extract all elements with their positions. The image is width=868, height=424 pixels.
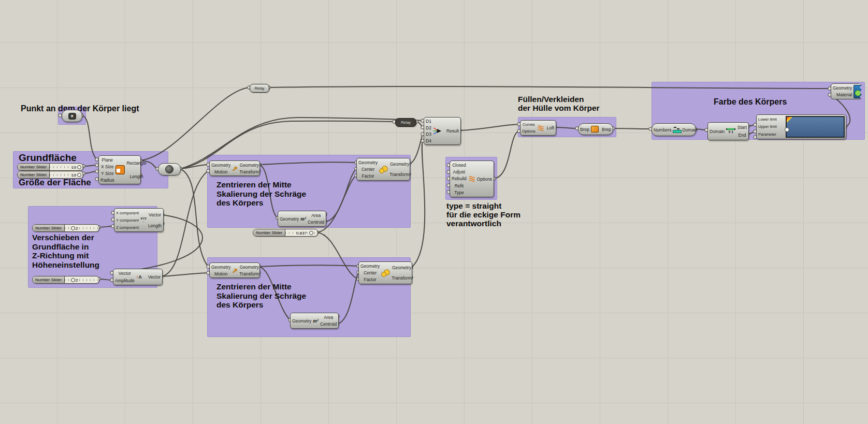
title-farbe: Farbe des Körpers xyxy=(714,97,787,107)
slider-grip[interactable] xyxy=(77,173,81,177)
slider-track[interactable]: 10 xyxy=(50,171,83,178)
outputs: Geometry Transform xyxy=(390,262,413,284)
inputs: Closed Adjust Rebuild Refit Type xyxy=(450,161,468,197)
scale-icon xyxy=(379,166,388,173)
inputs: Geometry xyxy=(291,313,313,328)
relay-2-selected[interactable]: Relay xyxy=(395,118,416,127)
amplitude-component[interactable]: Vector Amplitude ↑A Vector xyxy=(113,269,163,285)
inputs: D1 D2 D3 D4 xyxy=(424,118,433,144)
scale-icon xyxy=(381,269,390,277)
param-label: Brep xyxy=(600,124,613,135)
slider-y-size[interactable]: Number Slider 10 xyxy=(17,171,83,179)
point-icon: ✕ xyxy=(68,113,76,120)
note-verschieben: Verschieben der Grundfläche in Z-Richtun… xyxy=(32,233,99,269)
slider-grip[interactable] xyxy=(77,165,81,169)
outputs: Area Centroid xyxy=(306,211,326,226)
slider-value: 10 xyxy=(71,172,76,177)
slider-grip[interactable] xyxy=(309,231,313,235)
note-line: Grundfläche in xyxy=(32,242,99,252)
note-line: type = straight xyxy=(446,201,520,210)
slider-track[interactable]: 10 xyxy=(50,164,83,170)
slider-grip[interactable] xyxy=(71,278,75,282)
slider-x-size[interactable]: Number Slider 10 xyxy=(17,163,83,171)
deconstruct-domain-component[interactable]: Domain 0 1 Start End xyxy=(707,122,749,140)
area-icon: m² xyxy=(300,216,306,222)
slider-label: Number Slider xyxy=(18,171,50,178)
brep-param[interactable]: Brep Brep xyxy=(578,123,613,135)
scale-component-2[interactable]: Geometry Center Factor Geometry Transfor… xyxy=(358,261,412,284)
note-line: Skalierung der Schräge xyxy=(216,291,306,301)
rectangle-component[interactable]: Plane X Size Y Size Radius Rectangle Len… xyxy=(98,155,141,184)
gradient-component[interactable]: Lower limit Upper limit Parameter xyxy=(756,114,846,139)
gradient-corner-icon xyxy=(787,117,792,123)
outputs: Loft xyxy=(545,121,556,135)
note-type-straight: type = straight für die eckige Form vera… xyxy=(446,201,520,228)
loft-options-component[interactable]: Closed Adjust Rebuild Refit Type Options xyxy=(450,160,494,197)
label-groesse: Größe der Fläche xyxy=(19,178,91,188)
note-line: Höheneinstellung xyxy=(32,260,99,270)
outputs: Geometry Transform xyxy=(238,263,261,277)
loft-component[interactable]: Curves Options Loft xyxy=(520,120,556,136)
bounds-component[interactable]: Numbers Domain xyxy=(652,123,696,136)
merge-icon xyxy=(433,127,442,135)
outputs: Start End xyxy=(736,123,748,140)
area-component-1[interactable]: Geometry m² Area Centroid xyxy=(278,211,326,227)
inputs: Lower limit Upper limit Parameter xyxy=(757,115,778,139)
vector-xyz-component[interactable]: X component Y component Z component XYZ→… xyxy=(114,208,164,232)
rectangle-icon xyxy=(115,165,125,174)
outputs: Geometry Transform xyxy=(238,161,261,176)
inputs: Geometry Motion xyxy=(210,263,232,277)
outputs: Area Centroid xyxy=(319,313,338,328)
slider-grip[interactable] xyxy=(71,226,75,230)
merge-component[interactable]: D1 D2 D3 D4 Result xyxy=(424,117,461,145)
brep-icon xyxy=(591,126,599,133)
slider-amplitude[interactable]: Number Slider 2 xyxy=(32,276,99,284)
note-zentrieren-2: Zentrieren der Mitte Skalierung der Schr… xyxy=(216,282,306,310)
outputs: Geometry Transform xyxy=(388,158,411,180)
note-line: Füllen/Verkleiden xyxy=(518,95,600,104)
loft-options-icon xyxy=(468,176,475,182)
boundary-surface-param[interactable] xyxy=(158,163,181,176)
area-icon: m² xyxy=(313,318,319,324)
note-line: für die eckige Form xyxy=(446,210,520,219)
note-line: verantwortlich xyxy=(446,219,520,228)
point-param[interactable]: ✕ xyxy=(62,110,82,122)
gradient-grip[interactable] xyxy=(785,127,789,132)
slider-scale-factor[interactable]: Number Slider 0.837 xyxy=(253,229,318,237)
note-line: Skalierung der Schräge xyxy=(216,189,306,199)
outputs: Vector xyxy=(147,269,162,285)
slider-label: Number Slider xyxy=(253,229,285,236)
relay-1[interactable]: Relay xyxy=(250,84,269,93)
outputs: Domain xyxy=(681,124,699,136)
move-icon: ➚ xyxy=(232,165,238,172)
slider-height[interactable]: Number Slider 2 xyxy=(32,224,99,232)
outputs: Options xyxy=(475,161,494,197)
area-component-2[interactable]: Geometry m² Area Centroid xyxy=(290,313,339,329)
slider-value: 10 xyxy=(71,165,76,169)
slider-track[interactable]: 2 xyxy=(65,225,99,231)
inputs: Geometry Material xyxy=(831,84,853,99)
slider-label: Number Slider xyxy=(33,225,65,231)
note-line: des Körpers xyxy=(216,300,306,310)
inputs: Geometry xyxy=(278,211,300,226)
title-grundflaeche: Grundfläche xyxy=(19,152,77,164)
inputs: X component Y component Z component xyxy=(114,209,140,231)
grasshopper-canvas[interactable]: Punkt an dem der Körper liegt Grundfläch… xyxy=(0,0,868,424)
move-component-1[interactable]: Geometry Motion ➚ Geometry Transform xyxy=(209,160,260,176)
slider-track[interactable]: 0.837 xyxy=(285,229,317,236)
surface-icon xyxy=(165,165,173,173)
outputs: Vector Length xyxy=(147,209,163,231)
custom-preview-component[interactable]: Geometry Material xyxy=(831,83,862,99)
scale-component-1[interactable]: Geometry Center Factor Geometry Transfor… xyxy=(356,158,410,181)
param-label: Brep xyxy=(578,124,591,135)
note-line: der Hülle vom Körper xyxy=(518,104,600,113)
note-line: des Körpers xyxy=(216,198,306,208)
deconstruct-domain-icon: 0 1 xyxy=(726,128,735,134)
note-line: Z-Richtung mit xyxy=(32,251,99,260)
gradient-swatch[interactable] xyxy=(786,116,845,138)
move-component-2[interactable]: Geometry Motion ➚ Geometry Transform xyxy=(209,262,260,278)
slider-track[interactable]: 2 xyxy=(65,276,99,283)
slider-label: Number Slider xyxy=(33,276,65,283)
inputs: Numbers xyxy=(652,124,673,136)
loft-icon xyxy=(537,125,544,131)
